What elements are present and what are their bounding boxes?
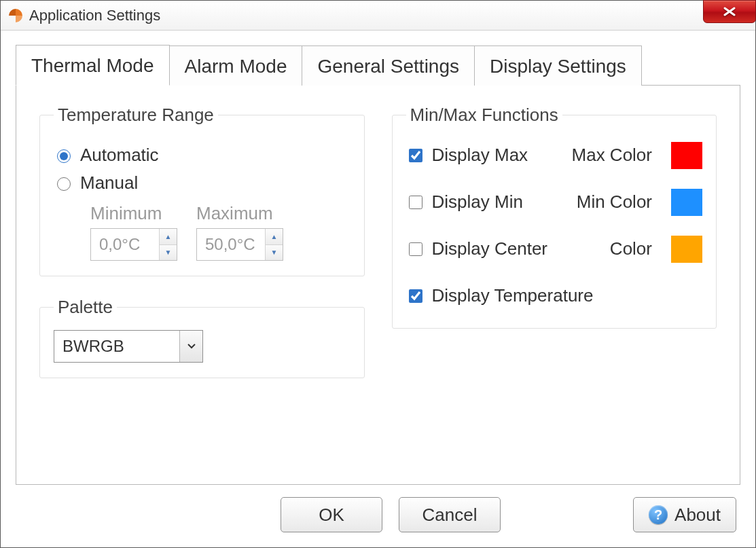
app-icon	[7, 7, 24, 24]
right-column: Min/Max Functions Display Max Max Color …	[392, 105, 717, 465]
palette-combo[interactable]: BWRGB	[54, 330, 203, 363]
maximum-label: Maximum	[196, 203, 283, 224]
min-color-label: Min Color	[569, 191, 652, 213]
max-color-swatch[interactable]	[671, 142, 702, 169]
check-display-min-input[interactable]	[409, 196, 422, 209]
center-color-label: Color	[569, 238, 652, 259]
maximum-up-button[interactable]: ▲	[266, 229, 283, 245]
help-icon: ?	[649, 505, 668, 524]
ok-button[interactable]: OK	[281, 497, 382, 532]
check-display-temperature[interactable]: Display Temperature	[406, 285, 703, 306]
center-color-swatch[interactable]	[671, 236, 702, 263]
cancel-button[interactable]: Cancel	[399, 497, 501, 532]
tab-container: Thermal Mode Alarm Mode General Settings…	[16, 44, 740, 485]
minimum-label: Minimum	[90, 203, 177, 224]
settings-window: Application Settings Thermal Mode Alarm …	[0, 0, 756, 548]
min-max-inputs: Minimum ▲ ▼ Maximum	[90, 203, 350, 261]
check-display-max-label: Display Max	[432, 145, 528, 166]
palette-legend: Palette	[54, 297, 117, 318]
tab-display-settings[interactable]: Display Settings	[475, 45, 642, 86]
group-palette: Palette BWRGB	[39, 297, 365, 378]
max-column: Maximum ▲ ▼	[196, 203, 283, 261]
check-display-max[interactable]: Display Max	[406, 145, 550, 166]
tab-thermal-mode[interactable]: Thermal Mode	[16, 45, 170, 86]
minimum-down-button[interactable]: ▼	[160, 245, 177, 261]
group-minmax-functions: Min/Max Functions Display Max Max Color …	[392, 105, 717, 329]
minimum-value[interactable]	[91, 229, 159, 260]
palette-dropdown-button[interactable]	[179, 331, 202, 362]
close-icon	[722, 7, 737, 16]
minmax-legend: Min/Max Functions	[406, 105, 562, 126]
button-bar: OK Cancel ? About	[16, 485, 740, 535]
radio-automatic-input[interactable]	[57, 149, 71, 163]
radio-manual[interactable]: Manual	[54, 172, 350, 194]
minmax-grid: Display Max Max Color Display Min Min Co…	[406, 138, 703, 313]
window-title: Application Settings	[29, 7, 160, 24]
check-display-min-label: Display Min	[432, 191, 523, 213]
maximum-spinner[interactable]: ▲ ▼	[196, 228, 283, 261]
tab-content-thermal: Temperature Range Automatic Manual Minim…	[16, 86, 740, 485]
temperature-range-legend: Temperature Range	[54, 105, 218, 126]
radio-automatic[interactable]: Automatic	[54, 145, 350, 166]
min-column: Minimum ▲ ▼	[90, 203, 177, 261]
tab-general-settings[interactable]: General Settings	[302, 45, 475, 86]
titlebar: Application Settings	[1, 1, 755, 31]
max-color-label: Max Color	[569, 145, 652, 166]
check-display-temperature-label: Display Temperature	[432, 285, 594, 306]
check-display-center-input[interactable]	[409, 242, 422, 256]
check-display-max-input[interactable]	[409, 149, 422, 162]
group-temperature-range: Temperature Range Automatic Manual Minim…	[39, 105, 365, 276]
close-button[interactable]	[703, 0, 756, 23]
maximum-down-button[interactable]: ▼	[266, 245, 283, 261]
radio-automatic-label: Automatic	[80, 145, 159, 166]
radio-manual-input[interactable]	[57, 177, 71, 191]
radio-manual-label: Manual	[80, 172, 138, 194]
check-display-temperature-input[interactable]	[409, 289, 422, 303]
about-button-label: About	[674, 505, 721, 526]
about-button[interactable]: ? About	[633, 497, 736, 532]
tab-alarm-mode[interactable]: Alarm Mode	[170, 45, 303, 86]
minimum-up-button[interactable]: ▲	[160, 229, 177, 245]
tab-row: Thermal Mode Alarm Mode General Settings…	[16, 44, 740, 86]
check-display-min[interactable]: Display Min	[406, 191, 550, 213]
minimum-spinner[interactable]: ▲ ▼	[90, 228, 177, 261]
min-color-swatch[interactable]	[671, 189, 702, 216]
maximum-value[interactable]	[197, 229, 265, 260]
chevron-down-icon	[187, 344, 196, 349]
left-column: Temperature Range Automatic Manual Minim…	[39, 105, 365, 465]
client-area: Thermal Mode Alarm Mode General Settings…	[1, 31, 755, 547]
check-display-center[interactable]: Display Center	[406, 238, 550, 259]
check-display-center-label: Display Center	[432, 238, 548, 259]
palette-value: BWRGB	[54, 331, 179, 362]
